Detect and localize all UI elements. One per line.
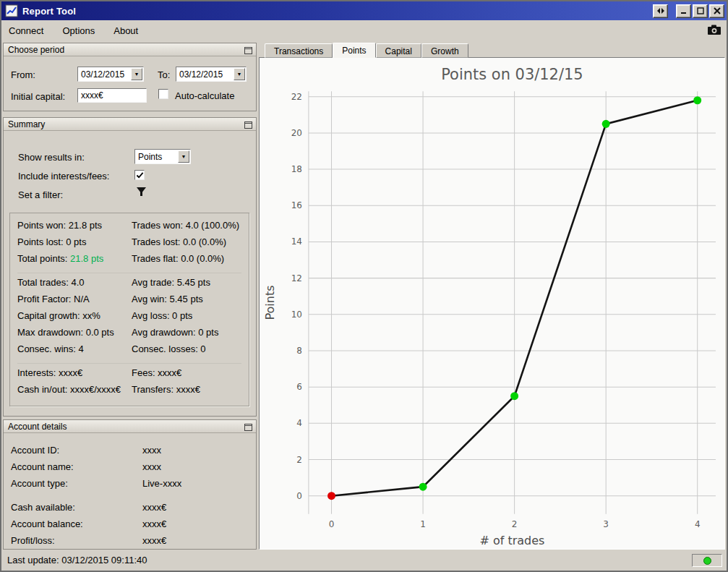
stat-trades-won: Trades won: 4.0 (100.0%) — [132, 220, 249, 236]
svg-text:1: 1 — [420, 519, 426, 529]
titlebar-buttons — [651, 4, 724, 18]
connection-status-cell — [692, 554, 722, 567]
svg-text:14: 14 — [291, 236, 302, 247]
screenshot-button[interactable] — [706, 22, 722, 38]
chevron-down-icon[interactable]: ▼ — [131, 68, 142, 80]
stat-row: Max drawdown: 0.0 pts Avg drawdown: 0 pt… — [17, 327, 249, 343]
stat-transfers: Transfers: xxxx€ — [132, 384, 249, 401]
stat-avg-win: Avg win: 5.45 pts — [132, 294, 249, 310]
chevron-down-icon[interactable]: ▼ — [234, 68, 245, 80]
stat-interests: Interests: xxxx€ — [17, 367, 132, 384]
stat-row: Cash in/out: xxxx€/xxxx€ Transfers: xxxx… — [17, 384, 249, 401]
account-type-value: Live-xxxx — [142, 478, 252, 489]
tab-points[interactable]: Points — [333, 43, 375, 58]
account-details-header: Account details — [4, 420, 256, 433]
stat-consec-wins: Consec. wins: 4 — [17, 343, 132, 360]
svg-text:8: 8 — [296, 346, 302, 356]
account-row: Account type: Live-xxxx — [11, 478, 252, 489]
account-details-title: Account details — [8, 422, 67, 432]
stat-total-trades: Total trades: 4.0 — [17, 277, 132, 294]
stat-trades-lost: Trades lost: 0.0 (0.0%) — [132, 236, 249, 253]
svg-text:4: 4 — [695, 519, 701, 529]
initial-capital-label: Initial capital: — [11, 91, 65, 102]
points-chart-panel: 012340246810121416182022Points on 03/12/… — [259, 57, 725, 550]
stat-row: Consec. wins: 4 Consec. losses: 0 — [17, 343, 249, 360]
from-date-select[interactable]: 03/12/2015 ▼ — [77, 67, 144, 82]
maximize-button[interactable] — [693, 4, 708, 18]
stat-total-points: Total points: 21.8 pts — [17, 253, 132, 270]
stat-row: Points won: 21.8 pts Trades won: 4.0 (10… — [17, 220, 249, 236]
menu-connect[interactable]: Connect — [7, 24, 45, 38]
svg-text:Points: Points — [263, 285, 277, 320]
summary-title: Summary — [8, 119, 45, 129]
divider — [17, 363, 241, 364]
show-results-select[interactable]: Points ▼ — [134, 149, 191, 164]
svg-text:# of trades: # of trades — [480, 534, 545, 547]
checkmark-icon — [136, 171, 144, 179]
points-line-chart: 012340246810121416182022Points on 03/12/… — [260, 58, 724, 549]
svg-text:22: 22 — [291, 92, 302, 102]
window-title: Report Tool — [22, 6, 76, 17]
titlebar: Report Tool — [1, 1, 727, 20]
stat-max-drawdown: Max drawdown: 0.0 pts — [17, 327, 132, 343]
tab-transactions[interactable]: Transactions — [265, 43, 333, 58]
connection-status-led — [703, 557, 711, 565]
float-icon — [244, 121, 252, 129]
svg-text:3: 3 — [603, 519, 609, 529]
stat-avg-trade: Avg trade: 5.45 pts — [132, 277, 249, 294]
menubar: Connect Options About — [1, 20, 727, 41]
svg-text:Points on 03/12/15: Points on 03/12/15 — [441, 65, 583, 83]
set-filter-label: Set a filter: — [18, 189, 63, 200]
left-right-arrows-icon — [656, 7, 665, 14]
filter-button[interactable] — [135, 187, 147, 198]
account-type-label: Account type: — [11, 478, 142, 489]
tab-growth[interactable]: Growth — [421, 43, 468, 58]
auto-calculate-label: Auto-calculate — [175, 90, 234, 101]
tab-bar: Transactions Points Capital Growth — [265, 43, 468, 58]
float-panel-button[interactable] — [244, 120, 253, 129]
close-button[interactable] — [709, 4, 724, 18]
svg-text:4: 4 — [296, 418, 302, 428]
auto-calculate-checkbox[interactable] — [158, 89, 168, 99]
app-icon — [5, 4, 18, 17]
choose-period-panel: Choose period From: 03/12/2015 ▼ To: 03/… — [3, 43, 257, 111]
stat-avg-drawdown: Avg drawdown: 0 pts — [132, 327, 249, 343]
minimize-button[interactable] — [676, 4, 691, 18]
account-id-value: xxxx — [142, 445, 252, 456]
float-icon — [244, 424, 252, 431]
stat-avg-loss: Avg loss: 0 pts — [132, 310, 249, 327]
filter-funnel-icon — [136, 187, 147, 197]
app-window: Report Tool — [0, 0, 728, 572]
svg-text:18: 18 — [291, 164, 302, 174]
stat-row: Total trades: 4.0 Avg trade: 5.45 pts — [17, 277, 249, 294]
stat-row: Capital growth: xx% Avg loss: 0 pts — [17, 310, 249, 327]
panel-toggle-button[interactable] — [653, 4, 668, 18]
to-label: To: — [158, 69, 170, 80]
close-icon — [714, 7, 721, 14]
include-interests-checkbox[interactable] — [134, 170, 145, 180]
chevron-down-icon[interactable]: ▼ — [178, 150, 189, 163]
to-date-select[interactable]: 03/12/2015 ▼ — [176, 67, 247, 82]
summary-stats-box: Points won: 21.8 pts Trades won: 4.0 (10… — [9, 213, 249, 406]
account-balance-label: Account balance: — [11, 518, 142, 529]
menu-about[interactable]: About — [112, 24, 140, 38]
svg-text:0: 0 — [296, 491, 302, 501]
stat-row: Profit Factor: N/A Avg win: 5.45 pts — [17, 294, 249, 310]
cash-available-value: xxxx€ — [142, 502, 252, 513]
float-panel-button[interactable] — [244, 422, 253, 431]
account-name-value: xxxx — [142, 461, 252, 472]
choose-period-header: Choose period — [4, 43, 256, 56]
profit-loss-value: xxxx€ — [142, 535, 252, 546]
maximize-icon — [697, 7, 704, 14]
minimize-icon — [680, 7, 688, 14]
float-panel-button[interactable] — [244, 46, 253, 54]
tab-capital[interactable]: Capital — [376, 43, 421, 58]
account-row: Profit/loss: xxxx€ — [11, 535, 252, 546]
summary-header: Summary — [4, 118, 256, 131]
account-name-label: Account name: — [11, 461, 142, 472]
svg-text:0: 0 — [329, 519, 335, 529]
menu-options[interactable]: Options — [61, 24, 96, 38]
initial-capital-input[interactable] — [77, 88, 147, 103]
include-interests-label: Include interests/fees: — [18, 171, 109, 182]
last-update-text: Last update: 03/12/2015 09:11:40 — [7, 555, 147, 565]
